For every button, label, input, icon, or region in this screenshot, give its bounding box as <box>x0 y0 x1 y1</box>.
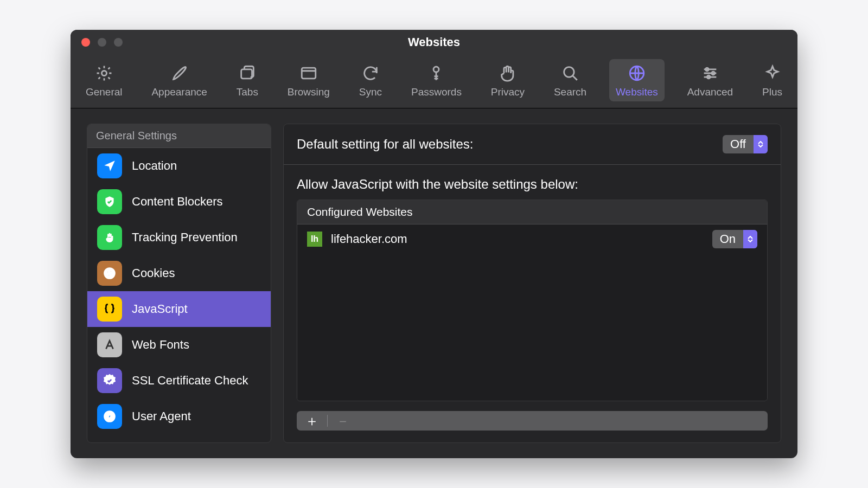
chevron-updown-icon <box>743 230 757 248</box>
traffic-lights <box>81 38 123 47</box>
window-icon <box>299 63 318 83</box>
tab-sync[interactable]: Sync <box>353 59 388 101</box>
compass-icon <box>97 404 122 429</box>
svg-point-4 <box>564 67 574 77</box>
sidebar-item-location[interactable]: Location <box>87 148 271 184</box>
preferences-window: Websites General Appearance Tabs Br <box>71 30 797 458</box>
tab-general[interactable]: General <box>79 59 129 101</box>
sidebar-list: Location Content Blockers Tracking Preve… <box>87 148 271 442</box>
table-add-remove: ＋ － <box>297 411 768 431</box>
hand-stop-icon <box>97 225 122 250</box>
svg-point-0 <box>101 70 106 75</box>
tab-label: Search <box>554 86 586 98</box>
close-window-button[interactable] <box>81 38 90 47</box>
sidebar-item-label: Location <box>132 159 177 173</box>
tab-privacy[interactable]: Privacy <box>484 59 531 101</box>
site-favicon: lh <box>307 232 322 247</box>
detail-panel: Default setting for all websites: Off Al… <box>283 124 781 443</box>
allow-subheader: Allow JavaScript with the website settin… <box>284 165 781 200</box>
tab-advanced[interactable]: Advanced <box>681 59 739 101</box>
zoom-window-button[interactable] <box>114 38 123 47</box>
chevron-updown-icon <box>754 135 768 153</box>
row-setting-select[interactable]: On <box>712 230 757 248</box>
svg-point-9 <box>104 268 115 279</box>
shield-check-icon <box>97 189 122 214</box>
default-setting-select[interactable]: Off <box>723 135 768 153</box>
svg-point-12 <box>108 274 110 276</box>
sidebar-item-label: User Agent <box>132 409 191 423</box>
tab-label: Privacy <box>491 86 525 98</box>
table-row[interactable]: lh lifehacker.com On <box>297 224 767 254</box>
brush-icon <box>170 63 189 83</box>
tab-tabs[interactable]: Tabs <box>230 59 265 101</box>
font-icon <box>97 332 122 357</box>
sidebar-item-label: JavaScript <box>132 302 188 316</box>
remove-website-button[interactable]: － <box>328 411 358 431</box>
sync-icon <box>361 63 380 83</box>
sliders-icon <box>700 63 720 83</box>
default-setting-row: Default setting for all websites: Off <box>284 124 781 165</box>
badge-check-icon <box>97 368 122 393</box>
tab-plus[interactable]: Plus <box>756 59 789 101</box>
table-body: lh lifehacker.com On <box>297 224 767 401</box>
sidebar-item-ssl[interactable]: SSL Certificate Check <box>87 363 271 399</box>
tab-label: Appearance <box>151 86 207 98</box>
search-icon <box>560 63 580 83</box>
sparkle-icon <box>763 63 782 83</box>
tab-label: General <box>86 86 123 98</box>
sidebar-item-label: Tracking Prevention <box>132 230 238 245</box>
sidebar-item-tracking[interactable]: Tracking Prevention <box>87 220 271 255</box>
tab-search[interactable]: Search <box>547 59 593 101</box>
tab-browsing[interactable]: Browsing <box>281 59 336 101</box>
site-domain: lifehacker.com <box>331 232 407 246</box>
window-title: Websites <box>71 35 797 49</box>
plus-icon: ＋ <box>305 412 319 431</box>
minus-icon: － <box>336 412 350 431</box>
tab-label: Passwords <box>411 86 462 98</box>
sidebar-header: General Settings <box>87 124 271 148</box>
sidebar-item-label: Content Blockers <box>132 195 223 209</box>
svg-point-10 <box>107 271 108 273</box>
sidebar-item-useragent[interactable]: User Agent <box>87 399 271 434</box>
sidebar-item-content-blockers[interactable]: Content Blockers <box>87 184 271 220</box>
cookie-icon <box>97 261 122 286</box>
sidebar-item-webfonts[interactable]: Web Fonts <box>87 327 271 363</box>
globe-icon <box>627 63 647 83</box>
svg-point-11 <box>110 271 112 272</box>
content-area: General Settings Location Content Blocke… <box>71 108 797 458</box>
sidebar-item-javascript[interactable]: JavaScript <box>87 291 271 327</box>
location-icon <box>97 153 122 178</box>
sidebar-item-label: SSL Certificate Check <box>132 374 248 388</box>
gear-icon <box>94 63 114 83</box>
tab-label: Advanced <box>687 86 733 98</box>
tab-appearance[interactable]: Appearance <box>145 59 214 101</box>
settings-sidebar: General Settings Location Content Blocke… <box>87 124 271 443</box>
tab-label: Websites <box>616 86 658 98</box>
configured-websites-table: Configured Websites lh lifehacker.com On <box>297 200 768 401</box>
svg-point-3 <box>433 67 439 72</box>
default-setting-label: Default setting for all websites: <box>297 137 474 152</box>
tab-label: Tabs <box>237 86 258 98</box>
tab-passwords[interactable]: Passwords <box>405 59 468 101</box>
key-icon <box>426 63 446 83</box>
titlebar: Websites <box>71 30 797 55</box>
svg-point-13 <box>111 274 112 275</box>
tab-label: Sync <box>359 86 382 98</box>
hand-icon <box>498 63 518 83</box>
sidebar-item-cookies[interactable]: Cookies <box>87 255 271 291</box>
select-value: Off <box>723 137 754 151</box>
sidebar-item-label: Cookies <box>132 266 175 280</box>
tab-label: Browsing <box>288 86 330 98</box>
tabs-icon <box>238 63 257 83</box>
svg-rect-2 <box>302 68 316 79</box>
prefs-toolbar: General Appearance Tabs Browsing Sync <box>71 55 797 108</box>
minimize-window-button[interactable] <box>98 38 106 47</box>
sidebar-item-label: Web Fonts <box>132 338 189 352</box>
braces-icon <box>97 297 122 322</box>
select-value: On <box>712 232 743 246</box>
svg-rect-1 <box>241 69 252 79</box>
add-website-button[interactable]: ＋ <box>297 411 327 431</box>
table-header: Configured Websites <box>297 200 767 224</box>
tab-websites[interactable]: Websites <box>609 59 665 101</box>
tab-label: Plus <box>762 86 782 98</box>
